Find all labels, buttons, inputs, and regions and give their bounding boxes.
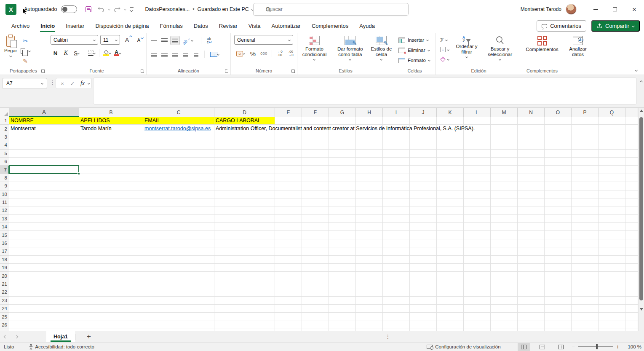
cell-O14[interactable] — [545, 223, 572, 231]
sheet-tab-hoja1[interactable]: Hoja1 — [46, 331, 75, 343]
cell-E19[interactable] — [275, 264, 302, 272]
cell-N1[interactable] — [518, 117, 545, 125]
cell-E25[interactable] — [275, 313, 302, 321]
cell-A3[interactable] — [9, 133, 79, 141]
select-all-corner[interactable] — [0, 108, 9, 117]
cell-D15[interactable] — [214, 231, 275, 239]
row-header-3[interactable]: 3 — [0, 133, 9, 141]
cell-M10[interactable] — [491, 190, 518, 198]
cell-C3[interactable] — [143, 133, 214, 141]
cell-I24[interactable] — [383, 305, 410, 313]
cell-L12[interactable] — [464, 206, 491, 214]
cell-O6[interactable] — [545, 158, 572, 166]
cell-F4[interactable] — [302, 141, 329, 149]
autosum-button[interactable]: Σ — [439, 35, 450, 44]
cell-E6[interactable] — [275, 158, 302, 166]
cell-partial-7[interactable] — [625, 166, 638, 174]
cell-O4[interactable] — [545, 141, 572, 149]
cell-E20[interactable] — [275, 272, 302, 280]
cell-K18[interactable] — [437, 256, 464, 264]
cell-E10[interactable] — [275, 190, 302, 198]
cell-partial-25[interactable] — [625, 313, 638, 321]
cell-L16[interactable] — [464, 239, 491, 247]
cell-N15[interactable] — [518, 231, 545, 239]
orientation-button[interactable]: ab→ — [181, 36, 194, 45]
cell-F8[interactable] — [302, 174, 329, 182]
cell-partial-6[interactable] — [625, 158, 638, 166]
cell-F3[interactable] — [302, 133, 329, 141]
column-header-Q[interactable]: Q — [599, 108, 625, 117]
cell-A7[interactable] — [9, 166, 79, 174]
row-header-22[interactable]: 22 — [0, 288, 9, 296]
cell-Q3[interactable] — [599, 133, 625, 141]
cell-H10[interactable] — [356, 190, 383, 198]
cell-A13[interactable] — [9, 215, 79, 223]
normal-view-button[interactable] — [518, 343, 530, 351]
cell-B2[interactable]: Tarodo Marín — [79, 125, 143, 133]
cell-F7[interactable] — [302, 166, 329, 174]
cell-D26[interactable] — [214, 321, 275, 329]
cell-G22[interactable] — [329, 288, 356, 296]
cell-I18[interactable] — [383, 256, 410, 264]
row-header-16[interactable]: 16 — [0, 239, 9, 247]
cell-K6[interactable] — [437, 158, 464, 166]
font-family-select[interactable]: Calibri — [51, 35, 98, 45]
cell-K13[interactable] — [437, 215, 464, 223]
cell-K9[interactable] — [437, 182, 464, 190]
column-header-K[interactable]: K — [437, 108, 464, 117]
cell-B8[interactable] — [79, 174, 143, 182]
cell-P14[interactable] — [572, 223, 599, 231]
cell-D10[interactable] — [214, 190, 275, 198]
customize-toolbar-icon[interactable] — [129, 7, 134, 11]
cell-K17[interactable] — [437, 247, 464, 255]
cell-A21[interactable] — [9, 280, 79, 288]
redo-dropdown-icon[interactable] — [124, 8, 126, 11]
cell-G16[interactable] — [329, 239, 356, 247]
cell-Q14[interactable] — [599, 223, 625, 231]
cell-I10[interactable] — [383, 190, 410, 198]
cell-K19[interactable] — [437, 264, 464, 272]
cell-partial-23[interactable] — [625, 297, 638, 305]
cell-M9[interactable] — [491, 182, 518, 190]
row-header-19[interactable]: 19 — [0, 264, 9, 272]
cell-Q1[interactable] — [599, 117, 625, 125]
cell-D1[interactable]: CARGO LABORAL — [214, 117, 275, 125]
cell-partial-8[interactable] — [625, 174, 638, 182]
cell-partial-5[interactable] — [625, 150, 638, 158]
insert-function-button[interactable]: fx — [78, 79, 87, 88]
enter-button[interactable]: ✓ — [68, 79, 77, 88]
cell-Q16[interactable] — [599, 239, 625, 247]
increase-font-button[interactable]: A — [122, 35, 132, 45]
delete-cells-button[interactable]: Eliminar — [398, 45, 435, 55]
cell-G17[interactable] — [329, 247, 356, 255]
cell-Q10[interactable] — [599, 190, 625, 198]
column-header-J[interactable]: J — [410, 108, 437, 117]
cell-K1[interactable] — [437, 117, 464, 125]
search-input[interactable] — [266, 6, 384, 12]
cell-E17[interactable] — [275, 247, 302, 255]
cell-G21[interactable] — [329, 280, 356, 288]
cell-L7[interactable] — [464, 166, 491, 174]
cell-A1[interactable]: NOMBRE — [9, 117, 79, 125]
cell-Q19[interactable] — [599, 264, 625, 272]
cell-F6[interactable] — [302, 158, 329, 166]
cell-partial-21[interactable] — [625, 280, 638, 288]
cell-H23[interactable] — [356, 297, 383, 305]
cell-E24[interactable] — [275, 305, 302, 313]
cell-partial-19[interactable] — [625, 264, 638, 272]
clipboard-dialog-launcher-icon[interactable] — [41, 70, 45, 73]
cell-I6[interactable] — [383, 158, 410, 166]
cell-G19[interactable] — [329, 264, 356, 272]
cell-D18[interactable] — [214, 256, 275, 264]
close-button[interactable]: × — [625, 0, 644, 19]
cell-I7[interactable] — [383, 166, 410, 174]
cell-G24[interactable] — [329, 305, 356, 313]
cell-B23[interactable] — [79, 297, 143, 305]
cell-H1[interactable] — [356, 117, 383, 125]
find-select-button[interactable]: Buscar y seleccionar — [483, 35, 517, 65]
cell-B9[interactable] — [79, 182, 143, 190]
cell-P25[interactable] — [572, 313, 599, 321]
cell-I14[interactable] — [383, 223, 410, 231]
italic-button[interactable]: K — [61, 48, 71, 58]
cell-A25[interactable] — [9, 313, 79, 321]
